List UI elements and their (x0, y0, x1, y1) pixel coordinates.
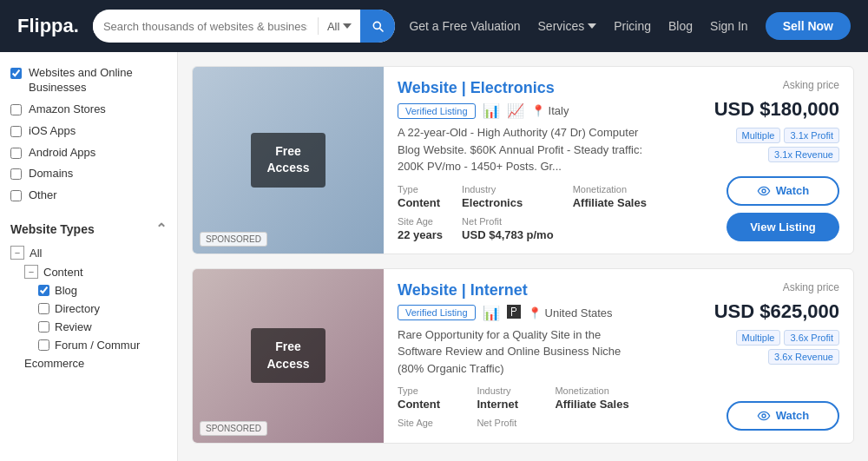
graph-icon: 📈 (507, 102, 524, 119)
tree-review-label: Review (55, 320, 92, 333)
monetization-value: Affiliate Sales (573, 196, 648, 209)
verified-badge: Verified Listing (398, 103, 476, 119)
chart-icon-2: 📊 (483, 305, 500, 321)
meta-net-profit: Net Profit USD $4,783 p/mo (462, 216, 556, 241)
chart-icon: 📊 (483, 102, 500, 119)
net-profit-label-2: Net Profit (477, 418, 537, 428)
site-age-value: 22 years (398, 228, 444, 241)
nav-links: Get a Free Valuation Services Pricing Bl… (409, 12, 851, 40)
listing-description-1: A 22-year-Old - High Authority (47 Dr) C… (398, 124, 648, 175)
tree-all[interactable]: − All (10, 246, 167, 260)
tree-directory[interactable]: Directory (10, 302, 167, 315)
directory-checkbox[interactable] (38, 303, 49, 314)
listing-right-1: Asking price USD $180,000 Multiple 3.1x … (662, 67, 853, 254)
nav-valuation[interactable]: Get a Free Valuation (409, 19, 520, 33)
listing-title-1[interactable]: Website | Electronics (398, 79, 648, 97)
listing-description-2: Rare Opportunity for a Quality Site in t… (398, 326, 648, 378)
sidebar-item-android[interactable]: Android Apps (10, 146, 167, 161)
sidebar-item-other[interactable]: Other (10, 188, 167, 203)
search-button[interactable] (360, 10, 395, 43)
sidebar-item-websites[interactable]: Websites and Online Businesses (10, 66, 167, 95)
tree-content-label: Content (43, 266, 83, 279)
type-value: Content (398, 196, 444, 209)
sidebar-item-ios[interactable]: iOS Apps (10, 124, 167, 139)
amazon-checkbox[interactable] (10, 104, 22, 115)
blog-checkbox[interactable] (38, 285, 49, 296)
chevron-down-icon (588, 23, 596, 29)
listing-title-2[interactable]: Website | Internet (398, 281, 648, 300)
nav-pricing[interactable]: Pricing (614, 19, 651, 33)
domains-checkbox[interactable] (10, 168, 22, 180)
nav-services[interactable]: Services (538, 19, 597, 33)
category-section: Websites and Online Businesses Amazon St… (10, 66, 167, 203)
tree-content[interactable]: − Content (10, 265, 167, 279)
meta-site-age: Site Age 22 years (398, 216, 444, 241)
nav-blog[interactable]: Blog (668, 19, 693, 33)
tree-forum-label: Forum / Commur (55, 339, 140, 352)
industry-value-2: Internet (477, 398, 537, 411)
industry-value: Electronics (462, 196, 556, 209)
location-pin-icon-2: 📍 (528, 306, 542, 319)
paypal-icon: 🅿 (507, 305, 521, 320)
android-checkbox[interactable] (10, 148, 22, 159)
monetization-label-2: Monetization (555, 385, 648, 396)
ios-label: iOS Apps (29, 124, 76, 139)
price-tag-multiple-2: Multiple (736, 330, 781, 346)
ios-checkbox[interactable] (10, 126, 22, 137)
sidebar-item-domains[interactable]: Domains (10, 167, 167, 181)
review-checkbox[interactable] (38, 321, 49, 333)
tree-directory-label: Directory (55, 302, 100, 315)
chevron-down-icon (343, 23, 352, 29)
listing-meta-1: Type Content Industry Electronics Moneti… (398, 184, 648, 241)
tree-toggle-content[interactable]: − (24, 265, 38, 279)
industry-label: Industry (462, 184, 556, 194)
meta-monetization: Monetization Affiliate Sales (573, 184, 648, 209)
sidebar: Websites and Online Businesses Amazon St… (0, 52, 178, 461)
other-checkbox[interactable] (10, 190, 22, 201)
nav-signin[interactable]: Sign In (710, 19, 748, 33)
meta-type: Type Content (398, 184, 444, 209)
view-listing-button-1[interactable]: View Listing (727, 213, 839, 241)
price-tag-revenue-2: 3.6x Revenue (768, 349, 839, 365)
main-content: Free Access SPONSORED Website | Electron… (178, 52, 868, 461)
tree-blog-label: Blog (55, 284, 77, 297)
price-tag-multiple: Multiple (736, 128, 781, 143)
meta-industry-2: Industry Internet (477, 385, 537, 411)
watch-button-1[interactable]: Watch (727, 176, 839, 206)
forum-checkbox[interactable] (38, 339, 49, 351)
type-label: Type (398, 184, 444, 194)
tree-ecommerce[interactable]: Ecommerce (10, 357, 167, 370)
site-age-label: Site Age (398, 216, 444, 227)
site-age-label-2: Site Age (398, 418, 459, 428)
price-tag-profit-2: 3.6x Profit (784, 330, 839, 346)
asking-price-value: USD $180,000 (714, 98, 839, 121)
industry-label-2: Industry (477, 385, 537, 396)
free-access-badge-2: Free Access (251, 328, 325, 383)
sell-now-button[interactable]: Sell Now (766, 12, 851, 40)
tree-blog[interactable]: Blog (10, 284, 167, 297)
tree-forum[interactable]: Forum / Commur (10, 339, 167, 352)
meta-net-profit-2: Net Profit (477, 418, 537, 430)
websites-checkbox[interactable] (10, 68, 22, 79)
free-access-badge: Free Access (251, 133, 325, 188)
action-buttons-1: Watch View Listing (727, 176, 839, 241)
type-label-2: Type (398, 385, 459, 396)
search-bar: All (93, 10, 395, 43)
search-filter-dropdown[interactable]: All (319, 20, 360, 33)
meta-site-age-2: Site Age (398, 418, 459, 430)
domains-label: Domains (29, 167, 73, 181)
watch-button-2[interactable]: Watch (727, 401, 839, 431)
other-label: Other (29, 188, 57, 203)
search-input[interactable] (93, 20, 318, 33)
sidebar-item-amazon[interactable]: Amazon Stores (10, 102, 167, 117)
meta-industry: Industry Electronics (462, 184, 556, 209)
site-logo[interactable]: Flippa. (17, 15, 79, 37)
monetization-value-2: Affiliate Sales (555, 398, 648, 411)
action-buttons-2: Watch (727, 401, 839, 431)
websites-label: Websites and Online Businesses (29, 66, 167, 95)
listing-thumbnail-2: Free Access SPONSORED (193, 269, 384, 443)
tree-review[interactable]: Review (10, 320, 167, 333)
tree-toggle-all[interactable]: − (10, 246, 24, 260)
eye-icon-2 (757, 409, 771, 423)
collapse-icon[interactable]: ⌃ (155, 221, 167, 237)
